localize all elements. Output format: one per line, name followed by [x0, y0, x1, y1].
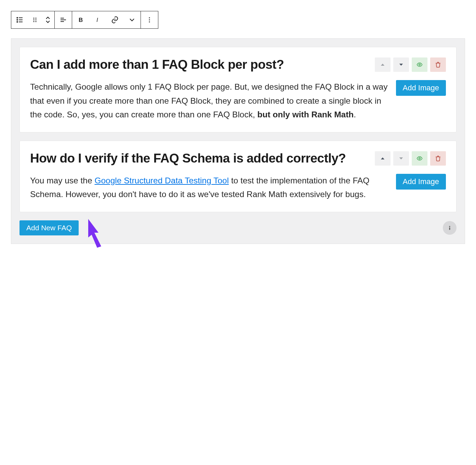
faq-item-actions [375, 57, 446, 72]
sort-icon[interactable] [41, 11, 54, 28]
add-image-button[interactable]: Add Image [396, 174, 446, 190]
svg-point-17 [149, 17, 150, 18]
svg-point-8 [33, 19, 34, 20]
add-image-button[interactable]: Add Image [396, 80, 446, 96]
move-up-button[interactable] [375, 151, 391, 166]
bold-icon[interactable]: B [72, 11, 89, 28]
drag-handle-icon[interactable] [28, 11, 41, 28]
move-down-button[interactable] [393, 151, 409, 166]
svg-point-4 [17, 20, 17, 20]
svg-point-9 [35, 19, 36, 20]
faq-item-actions [375, 151, 446, 166]
svg-marker-23 [381, 157, 385, 159]
svg-point-6 [33, 17, 34, 18]
info-button[interactable] [443, 221, 457, 235]
faq-item: How do I verify if the FAQ Schema is add… [19, 141, 457, 212]
faq-answer[interactable]: You may use the Google Structured Data T… [30, 174, 388, 202]
svg-marker-21 [399, 64, 403, 66]
svg-rect-27 [449, 227, 450, 230]
svg-point-19 [149, 21, 150, 22]
svg-marker-20 [381, 64, 385, 66]
svg-point-18 [149, 19, 150, 20]
block-toolbar: B I [11, 11, 158, 29]
add-new-faq-button[interactable]: Add New FAQ [19, 220, 79, 235]
faq-block: Can I add more than 1 FAQ Block per post… [11, 38, 465, 244]
svg-point-25 [419, 157, 421, 159]
move-up-button[interactable] [375, 57, 391, 72]
faq-item: Can I add more than 1 FAQ Block per post… [19, 47, 457, 132]
svg-marker-24 [399, 157, 403, 159]
svg-point-3 [17, 17, 17, 18]
svg-text:B: B [79, 17, 83, 23]
ordered-list-icon[interactable] [11, 11, 28, 28]
delete-button[interactable] [430, 57, 446, 72]
move-down-button[interactable] [393, 57, 409, 72]
svg-point-26 [449, 226, 450, 227]
chevron-down-icon[interactable] [123, 11, 141, 28]
link-icon[interactable] [106, 11, 123, 28]
faq-question[interactable]: How do I verify if the FAQ Schema is add… [30, 150, 368, 167]
svg-point-5 [17, 22, 17, 22]
faq-question[interactable]: Can I add more than 1 FAQ Block per post… [30, 56, 368, 73]
svg-point-10 [33, 21, 34, 22]
delete-button[interactable] [430, 151, 446, 166]
structured-data-tool-link[interactable]: Google Structured Data Testing Tool [94, 176, 229, 185]
more-icon[interactable] [141, 11, 158, 28]
svg-point-11 [35, 21, 36, 22]
svg-text:I: I [96, 17, 98, 23]
svg-point-7 [35, 17, 36, 18]
visibility-button[interactable] [412, 151, 427, 166]
visibility-button[interactable] [412, 57, 427, 72]
align-left-icon[interactable] [55, 11, 72, 28]
svg-point-22 [419, 64, 421, 66]
faq-answer[interactable]: Technically, Google allows only 1 FAQ Bl… [30, 80, 388, 121]
italic-icon[interactable]: I [89, 11, 106, 28]
